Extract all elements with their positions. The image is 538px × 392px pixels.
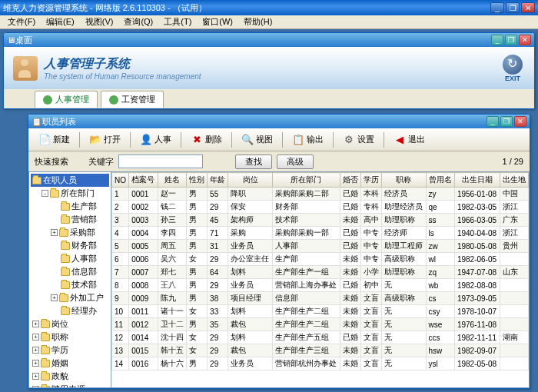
tab-工资管理[interactable]: 工资管理 (101, 91, 164, 108)
col-header[interactable]: 曾用名 (426, 173, 454, 188)
tree-node[interactable]: 生产部 (31, 200, 109, 213)
expand-icon[interactable]: + (51, 229, 58, 236)
table-row[interactable]: 70007郑七男64划料生产部生产一组未婚小学助理职称zq1947-07-08山… (112, 266, 529, 279)
menu-item[interactable]: 查询(Q) (119, 15, 158, 28)
settings-button[interactable]: ⚙设置 (337, 131, 380, 149)
hr-button[interactable]: 👤人事 (134, 131, 177, 149)
expand-icon[interactable]: + (51, 294, 58, 301)
menu-item[interactable]: 帮助(H) (239, 15, 277, 28)
folder-icon (41, 334, 50, 341)
cell: 29 (208, 253, 228, 266)
col-header[interactable]: 性别 (186, 173, 207, 188)
menu-item[interactable]: 窗口(W) (198, 15, 237, 28)
table-row[interactable]: 100011诸十一女33划料生产部生产二组未婚文盲无csy1978-10-07 (112, 305, 529, 318)
table-row[interactable]: 110012卫十二男35裁包生产部生产二组未婚文盲无wse1976-11-08 (112, 318, 529, 331)
menu-item[interactable]: 工具(T) (159, 15, 196, 28)
tree-node[interactable]: +聘用来源 (31, 383, 109, 388)
exit-button[interactable]: ◀退出 (388, 131, 430, 149)
cell: 0001 (129, 188, 158, 201)
nav-tree[interactable]: 在职人员-所在部门生产部营销部+采购部财务部人事部信息部技术部+外加工户经理办+… (28, 171, 111, 388)
tree-node[interactable]: 营销部 (31, 213, 109, 226)
col-header[interactable]: 学历 (360, 173, 381, 188)
exit-button[interactable]: EXIT (503, 55, 523, 82)
col-header[interactable]: 出生地 (500, 173, 528, 188)
tree-node[interactable]: +外加工户 (31, 291, 109, 304)
expand-icon[interactable]: + (32, 321, 39, 327)
tree-node[interactable]: 财务部 (31, 239, 109, 252)
table-row[interactable]: 60006吴六女29办公室主任生产部未婚中专高级职称wl1982-06-05 (112, 253, 529, 266)
grid-wrap[interactable]: NO档案号姓名性别年龄岗位所在部门婚否学历职称曾用名出生日期出生地10001赵一… (111, 171, 530, 388)
tree-node[interactable]: 信息部 (31, 265, 109, 278)
export-button[interactable]: 📋输出 (287, 131, 329, 149)
new-button[interactable]: 📄新建 (33, 131, 75, 149)
table-row[interactable]: 80008王八男29业务员营销部上海办事处已婚初中无wb1982-08-08 (112, 279, 529, 292)
expand-icon[interactable]: + (32, 386, 39, 388)
folder-icon (41, 347, 50, 354)
employee-grid[interactable]: NO档案号姓名性别年龄岗位所在部门婚否学历职称曾用名出生日期出生地10001赵一… (111, 172, 529, 370)
tab-人事管理[interactable]: 人事管理 (35, 91, 98, 108)
table-row[interactable]: 130015韩十五女29裁包生产部生产三组未婚文盲无hsw1982-09-07 (112, 344, 529, 357)
tree-node[interactable]: +采购部 (31, 226, 109, 239)
table-row[interactable]: 10001赵一男55降职采购部采购二部已婚本科经济员zy1956-01-08中国 (112, 188, 529, 201)
table-row[interactable]: 140016杨十六男29业务员营销部杭州办事处未婚文盲无ysl1982-05-0… (112, 357, 529, 370)
main-panel-titlebar: 🖥 桌面 _ ❐ ✕ (4, 33, 534, 47)
table-row[interactable]: 30003孙三男45架构师技术部未婚高中助理职称ss1966-03-05广东 (112, 214, 529, 227)
table-row[interactable]: 40004李四男71采购采购部采购一部已婚中专经济师ls1940-04-08浙江 (112, 227, 529, 240)
cell: 男 (186, 188, 207, 201)
tree-node[interactable]: 人事部 (31, 252, 109, 265)
panel-min-button[interactable]: _ (491, 35, 503, 45)
tree-node[interactable]: +政貌 (31, 370, 109, 383)
exit-label: EXIT (503, 75, 523, 82)
cell: 9 (112, 292, 129, 305)
tree-root[interactable]: 在职人员 (31, 174, 109, 187)
expand-icon[interactable]: - (42, 190, 48, 197)
tree-node[interactable]: +职称 (31, 331, 109, 344)
col-header[interactable]: 年龄 (208, 173, 228, 188)
col-header[interactable]: NO (112, 173, 129, 188)
table-row[interactable]: 20002钱二男29保安财务部已婚专科助理经济员qe1982-03-05浙江 (112, 201, 529, 214)
close-button[interactable]: ✕ (521, 2, 535, 13)
col-header[interactable]: 职称 (382, 173, 427, 188)
tree-node[interactable]: +婚姻 (31, 357, 109, 370)
view-button[interactable]: 🔍视图 (236, 131, 278, 149)
tree-node[interactable]: 技术部 (31, 278, 109, 291)
menu-item[interactable]: 视图(V) (81, 15, 118, 28)
keyword-input[interactable] (118, 154, 203, 168)
sub-min-button[interactable]: _ (487, 116, 499, 127)
sub-close-button[interactable]: ✕ (514, 116, 526, 127)
cell: 湖南 (500, 331, 528, 344)
tree-node[interactable]: 经理办 (31, 304, 109, 317)
tree-node[interactable]: +学历 (31, 344, 109, 357)
delete-button[interactable]: ✖删除 (185, 131, 227, 149)
expand-icon[interactable]: + (32, 373, 39, 380)
advanced-button[interactable]: 高级 (277, 154, 314, 169)
tree-node[interactable]: -所在部门 (31, 187, 109, 200)
cell: 1982-03-05 (454, 201, 500, 214)
col-header[interactable]: 岗位 (228, 173, 273, 188)
tree-node[interactable]: +岗位 (31, 317, 109, 331)
menu-item[interactable]: 文件(F) (3, 15, 40, 28)
maximize-button[interactable]: ❐ (506, 2, 520, 13)
col-header[interactable]: 姓名 (158, 173, 186, 188)
expand-icon[interactable]: + (32, 334, 39, 341)
expand-icon[interactable]: + (32, 360, 39, 367)
table-row[interactable]: 90009陈九男38项目经理信息部未婚文盲高级职称cs1973-09-05 (112, 292, 529, 305)
find-button[interactable]: 查找 (235, 154, 272, 169)
table-row[interactable]: 50005周五男31业务员人事部已婚中专助理工程师zw1980-05-08贵州 (112, 240, 529, 253)
cell: 文盲 (360, 305, 381, 318)
col-header[interactable]: 所在部门 (272, 173, 340, 188)
open-button[interactable]: 📂打开 (84, 131, 126, 149)
menu-item[interactable]: 编辑(E) (42, 15, 79, 28)
expand-icon[interactable]: + (32, 347, 39, 354)
col-header[interactable]: 婚否 (340, 173, 360, 188)
sub-max-button[interactable]: ❐ (500, 116, 513, 127)
minimize-button[interactable]: _ (490, 2, 504, 13)
cell: 已婚 (340, 240, 360, 253)
col-header[interactable]: 出生日期 (454, 173, 500, 188)
cell: ls (426, 227, 454, 240)
panel-close-button[interactable]: ✕ (519, 35, 531, 45)
cell: 项目经理 (228, 292, 273, 305)
table-row[interactable]: 120014沈十四女29划料生产部生产五组已婚文盲无ccs1982-11-11湖… (112, 331, 529, 344)
col-header[interactable]: 档案号 (129, 173, 158, 188)
panel-max-button[interactable]: ❐ (505, 35, 517, 45)
